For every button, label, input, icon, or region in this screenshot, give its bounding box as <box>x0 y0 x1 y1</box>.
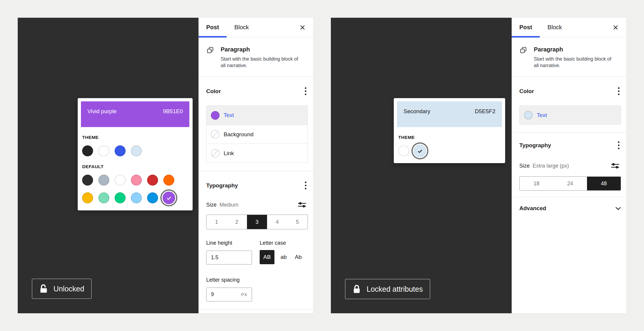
letter-case-lowercase-button[interactable]: ab <box>278 250 289 264</box>
font-size-segmented-control: 1 2 3 4 5 <box>206 215 308 229</box>
tab-post-label: Post <box>206 24 219 31</box>
typography-options-button[interactable] <box>303 180 308 191</box>
unlocked-button[interactable]: Unlocked <box>32 279 92 299</box>
locked-attributes-button[interactable]: Locked attributes <box>345 279 430 299</box>
checkmark-icon <box>165 194 172 201</box>
sidebar-tabbar: Post Block <box>199 18 313 37</box>
kebab-menu-icon <box>305 181 307 190</box>
color-picker-popover-locked: Secondary D5E5F2 THEME <box>394 98 505 163</box>
settings-sidebar-left: Post Block Paragraph Start with the basi… <box>199 18 313 313</box>
block-title: Paragraph <box>221 46 301 53</box>
default-color-swatch[interactable] <box>115 192 126 203</box>
tab-block[interactable]: Block <box>540 18 570 37</box>
theme-color-swatch[interactable] <box>131 145 142 156</box>
advanced-panel-toggle[interactable]: Advanced <box>519 197 621 212</box>
font-size-option[interactable]: 5 <box>287 215 308 229</box>
color-row-link[interactable]: Link <box>206 144 308 163</box>
theme-color-swatch-selected[interactable] <box>414 145 426 157</box>
sliders-icon <box>297 200 307 209</box>
locked-attributes-button-label: Locked attributes <box>367 285 423 293</box>
line-height-input[interactable]: 1.5 <box>206 251 252 265</box>
letter-case-group: Letter case AB ab Ab <box>260 240 304 265</box>
font-size-option-selected[interactable]: 3 <box>247 215 267 229</box>
letter-case-capitalize-button[interactable]: Ab <box>293 250 304 264</box>
default-color-swatch[interactable] <box>147 175 158 186</box>
editor-canvas-right: Secondary D5E5F2 THEME Locked attributes <box>331 18 512 313</box>
letter-case-uppercase-button[interactable]: AB <box>260 250 274 264</box>
letter-spacing-label: Letter spacing <box>206 277 308 283</box>
font-size-option[interactable]: 18 <box>520 177 553 190</box>
tab-post[interactable]: Post <box>512 18 540 37</box>
panel-separator <box>512 132 626 132</box>
letter-case-label: Letter case <box>260 240 286 246</box>
letter-case-options: AB ab Ab <box>260 250 304 264</box>
color-row-background[interactable]: Background <box>206 125 308 144</box>
default-color-swatch[interactable] <box>131 175 142 186</box>
letter-spacing-input[interactable]: 9 PX <box>206 288 252 301</box>
default-color-swatch[interactable] <box>98 192 109 203</box>
theme-color-swatch[interactable] <box>115 145 126 156</box>
sliders-icon <box>611 161 620 170</box>
block-title: Paragraph <box>534 46 614 53</box>
close-icon <box>300 25 305 30</box>
font-size-option[interactable]: 1 <box>206 215 227 229</box>
panel-separator <box>199 171 313 171</box>
default-color-swatch[interactable] <box>98 175 109 186</box>
selected-color-preview: Secondary D5E5F2 <box>397 101 502 127</box>
color-options-button[interactable] <box>617 86 621 97</box>
kebab-menu-icon <box>618 141 620 150</box>
size-settings-button[interactable] <box>296 199 308 210</box>
default-color-swatch[interactable] <box>131 192 142 203</box>
color-options-button[interactable] <box>303 86 308 97</box>
font-size-option[interactable]: 2 <box>227 215 247 229</box>
tab-block-label: Block <box>234 24 249 31</box>
theme-color-swatch[interactable] <box>82 145 93 156</box>
color-row-text[interactable]: Text <box>206 106 308 125</box>
theme-color-swatch[interactable] <box>98 145 109 156</box>
default-color-swatch[interactable] <box>115 175 126 186</box>
block-info-card: Paragraph Start with the basic building … <box>512 37 626 77</box>
tab-post[interactable]: Post <box>199 18 227 37</box>
default-color-swatch-selected[interactable] <box>162 192 175 204</box>
size-settings-button[interactable] <box>609 160 621 171</box>
size-label: Size <box>519 163 530 169</box>
color-hex: 9B51E0 <box>163 108 183 127</box>
chevron-down-icon <box>615 207 621 210</box>
block-description: Start with the basic building block of a… <box>221 56 301 69</box>
tab-post-label: Post <box>519 24 532 31</box>
font-size-row: Size Medium <box>206 199 308 210</box>
default-color-swatch[interactable] <box>163 175 174 186</box>
text-color-swatch <box>211 111 219 120</box>
close-sidebar-button[interactable] <box>611 23 620 32</box>
page: { "page_bg": "#f0f0ef", "canvas_bg": "#2… <box>0 0 644 331</box>
color-panel-title: Color <box>206 88 221 95</box>
typography-panel-title: Typography <box>519 142 551 149</box>
editor-canvas-left: Vivid purple 9B51E0 THEME DEFAULT <box>18 18 199 313</box>
font-size-option-selected[interactable]: 48 <box>587 177 621 190</box>
color-row-label: Link <box>224 150 234 157</box>
theme-palette-row <box>398 145 502 156</box>
color-picker-popover: Vivid purple 9B51E0 THEME DEFAULT <box>78 98 193 210</box>
color-row-text[interactable]: Text <box>520 106 621 124</box>
theme-palette-label: THEME <box>82 135 188 140</box>
line-height-value: 1.5 <box>211 254 218 261</box>
default-color-swatch[interactable] <box>147 192 158 203</box>
kebab-menu-icon <box>618 87 620 95</box>
block-info-text: Paragraph Start with the basic building … <box>221 46 301 69</box>
theme-color-swatch[interactable] <box>398 145 409 156</box>
typography-options-button[interactable] <box>617 140 621 151</box>
color-name: Secondary <box>404 108 430 127</box>
font-size-option[interactable]: 4 <box>267 215 287 229</box>
font-size-segmented-control: 18 24 48 <box>519 176 621 191</box>
block-info-card: Paragraph Start with the basic building … <box>199 37 313 77</box>
line-height-label: Line height <box>206 240 232 246</box>
default-color-swatch[interactable] <box>82 192 93 203</box>
font-size-option[interactable]: 24 <box>553 177 587 190</box>
color-hex: D5E5F2 <box>475 108 495 127</box>
advanced-panel-toggle[interactable]: Advanced <box>206 310 308 313</box>
default-color-swatch[interactable] <box>82 175 93 186</box>
size-label: Size <box>206 202 217 208</box>
tab-block[interactable]: Block <box>227 18 256 37</box>
close-sidebar-button[interactable] <box>298 23 307 32</box>
color-panel-header: Color <box>519 86 621 97</box>
